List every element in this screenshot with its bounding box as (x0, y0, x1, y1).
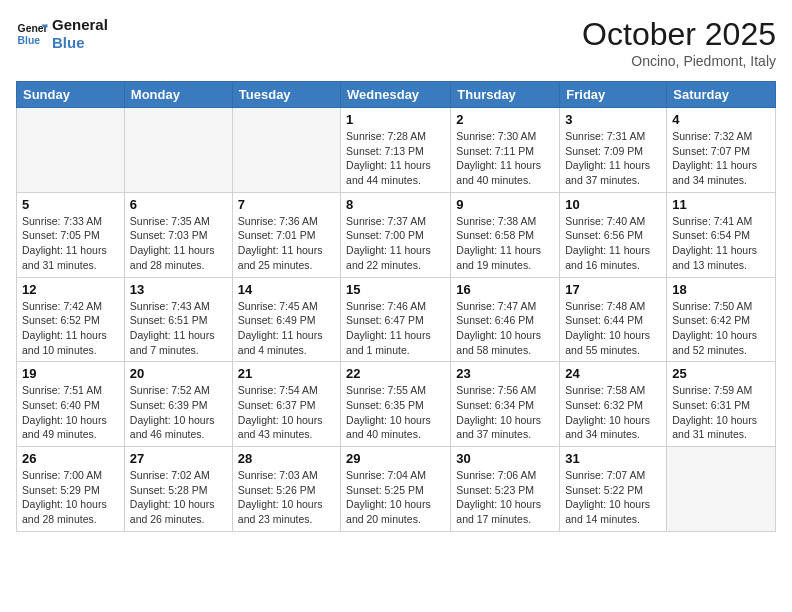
day-number: 29 (346, 451, 445, 466)
calendar-cell: 28Sunrise: 7:03 AMSunset: 5:26 PMDayligh… (232, 447, 340, 532)
title-block: October 2025 Oncino, Piedmont, Italy (582, 16, 776, 69)
calendar-cell: 31Sunrise: 7:07 AMSunset: 5:22 PMDayligh… (560, 447, 667, 532)
day-info: Sunrise: 7:58 AMSunset: 6:32 PMDaylight:… (565, 383, 661, 442)
calendar-cell (17, 108, 125, 193)
day-info: Sunrise: 7:54 AMSunset: 6:37 PMDaylight:… (238, 383, 335, 442)
day-number: 31 (565, 451, 661, 466)
calendar-cell: 5Sunrise: 7:33 AMSunset: 7:05 PMDaylight… (17, 192, 125, 277)
calendar-cell: 3Sunrise: 7:31 AMSunset: 7:09 PMDaylight… (560, 108, 667, 193)
day-number: 5 (22, 197, 119, 212)
day-number: 15 (346, 282, 445, 297)
day-info: Sunrise: 7:47 AMSunset: 6:46 PMDaylight:… (456, 299, 554, 358)
day-info: Sunrise: 7:51 AMSunset: 6:40 PMDaylight:… (22, 383, 119, 442)
day-number: 17 (565, 282, 661, 297)
calendar-cell: 6Sunrise: 7:35 AMSunset: 7:03 PMDaylight… (124, 192, 232, 277)
day-info: Sunrise: 7:42 AMSunset: 6:52 PMDaylight:… (22, 299, 119, 358)
calendar-cell: 12Sunrise: 7:42 AMSunset: 6:52 PMDayligh… (17, 277, 125, 362)
calendar-cell: 9Sunrise: 7:38 AMSunset: 6:58 PMDaylight… (451, 192, 560, 277)
weekday-header: Tuesday (232, 82, 340, 108)
day-number: 11 (672, 197, 770, 212)
calendar-cell (232, 108, 340, 193)
day-number: 4 (672, 112, 770, 127)
day-number: 16 (456, 282, 554, 297)
weekday-header: Wednesday (341, 82, 451, 108)
day-info: Sunrise: 7:52 AMSunset: 6:39 PMDaylight:… (130, 383, 227, 442)
weekday-header: Friday (560, 82, 667, 108)
day-info: Sunrise: 7:43 AMSunset: 6:51 PMDaylight:… (130, 299, 227, 358)
day-info: Sunrise: 7:59 AMSunset: 6:31 PMDaylight:… (672, 383, 770, 442)
day-number: 14 (238, 282, 335, 297)
day-number: 30 (456, 451, 554, 466)
day-number: 20 (130, 366, 227, 381)
page-header: General Blue General Blue October 2025 O… (16, 16, 776, 69)
day-info: Sunrise: 7:07 AMSunset: 5:22 PMDaylight:… (565, 468, 661, 527)
calendar-cell: 2Sunrise: 7:30 AMSunset: 7:11 PMDaylight… (451, 108, 560, 193)
day-number: 6 (130, 197, 227, 212)
weekday-header: Monday (124, 82, 232, 108)
day-number: 18 (672, 282, 770, 297)
calendar-cell: 25Sunrise: 7:59 AMSunset: 6:31 PMDayligh… (667, 362, 776, 447)
day-number: 24 (565, 366, 661, 381)
calendar-cell (124, 108, 232, 193)
calendar-cell: 1Sunrise: 7:28 AMSunset: 7:13 PMDaylight… (341, 108, 451, 193)
day-number: 7 (238, 197, 335, 212)
calendar-cell: 11Sunrise: 7:41 AMSunset: 6:54 PMDayligh… (667, 192, 776, 277)
calendar-cell: 23Sunrise: 7:56 AMSunset: 6:34 PMDayligh… (451, 362, 560, 447)
logo-blue: Blue (52, 34, 108, 52)
day-info: Sunrise: 7:30 AMSunset: 7:11 PMDaylight:… (456, 129, 554, 188)
weekday-header: Saturday (667, 82, 776, 108)
day-info: Sunrise: 7:32 AMSunset: 7:07 PMDaylight:… (672, 129, 770, 188)
svg-text:Blue: Blue (18, 35, 41, 46)
calendar-cell: 10Sunrise: 7:40 AMSunset: 6:56 PMDayligh… (560, 192, 667, 277)
day-info: Sunrise: 7:02 AMSunset: 5:28 PMDaylight:… (130, 468, 227, 527)
calendar-cell: 21Sunrise: 7:54 AMSunset: 6:37 PMDayligh… (232, 362, 340, 447)
calendar-table: SundayMondayTuesdayWednesdayThursdayFrid… (16, 81, 776, 532)
day-number: 21 (238, 366, 335, 381)
calendar-cell: 15Sunrise: 7:46 AMSunset: 6:47 PMDayligh… (341, 277, 451, 362)
calendar-cell: 19Sunrise: 7:51 AMSunset: 6:40 PMDayligh… (17, 362, 125, 447)
calendar-cell: 13Sunrise: 7:43 AMSunset: 6:51 PMDayligh… (124, 277, 232, 362)
calendar-week-row: 5Sunrise: 7:33 AMSunset: 7:05 PMDaylight… (17, 192, 776, 277)
day-info: Sunrise: 7:41 AMSunset: 6:54 PMDaylight:… (672, 214, 770, 273)
calendar-cell: 24Sunrise: 7:58 AMSunset: 6:32 PMDayligh… (560, 362, 667, 447)
day-number: 9 (456, 197, 554, 212)
day-info: Sunrise: 7:35 AMSunset: 7:03 PMDaylight:… (130, 214, 227, 273)
day-info: Sunrise: 7:06 AMSunset: 5:23 PMDaylight:… (456, 468, 554, 527)
calendar-cell: 16Sunrise: 7:47 AMSunset: 6:46 PMDayligh… (451, 277, 560, 362)
day-number: 12 (22, 282, 119, 297)
day-info: Sunrise: 7:00 AMSunset: 5:29 PMDaylight:… (22, 468, 119, 527)
calendar-week-row: 12Sunrise: 7:42 AMSunset: 6:52 PMDayligh… (17, 277, 776, 362)
day-info: Sunrise: 7:03 AMSunset: 5:26 PMDaylight:… (238, 468, 335, 527)
logo-general: General (52, 16, 108, 34)
day-number: 28 (238, 451, 335, 466)
calendar-cell: 14Sunrise: 7:45 AMSunset: 6:49 PMDayligh… (232, 277, 340, 362)
day-info: Sunrise: 7:04 AMSunset: 5:25 PMDaylight:… (346, 468, 445, 527)
day-number: 13 (130, 282, 227, 297)
calendar-cell: 20Sunrise: 7:52 AMSunset: 6:39 PMDayligh… (124, 362, 232, 447)
calendar-cell: 30Sunrise: 7:06 AMSunset: 5:23 PMDayligh… (451, 447, 560, 532)
day-number: 3 (565, 112, 661, 127)
day-number: 26 (22, 451, 119, 466)
day-number: 22 (346, 366, 445, 381)
calendar-cell: 27Sunrise: 7:02 AMSunset: 5:28 PMDayligh… (124, 447, 232, 532)
day-number: 2 (456, 112, 554, 127)
day-info: Sunrise: 7:50 AMSunset: 6:42 PMDaylight:… (672, 299, 770, 358)
day-info: Sunrise: 7:28 AMSunset: 7:13 PMDaylight:… (346, 129, 445, 188)
calendar-cell: 7Sunrise: 7:36 AMSunset: 7:01 PMDaylight… (232, 192, 340, 277)
day-info: Sunrise: 7:56 AMSunset: 6:34 PMDaylight:… (456, 383, 554, 442)
calendar-cell: 29Sunrise: 7:04 AMSunset: 5:25 PMDayligh… (341, 447, 451, 532)
day-number: 25 (672, 366, 770, 381)
logo: General Blue General Blue (16, 16, 108, 52)
calendar-cell: 22Sunrise: 7:55 AMSunset: 6:35 PMDayligh… (341, 362, 451, 447)
day-info: Sunrise: 7:46 AMSunset: 6:47 PMDaylight:… (346, 299, 445, 358)
calendar-week-row: 19Sunrise: 7:51 AMSunset: 6:40 PMDayligh… (17, 362, 776, 447)
calendar-cell (667, 447, 776, 532)
month-title: October 2025 (582, 16, 776, 53)
location-subtitle: Oncino, Piedmont, Italy (582, 53, 776, 69)
day-info: Sunrise: 7:55 AMSunset: 6:35 PMDaylight:… (346, 383, 445, 442)
calendar-cell: 18Sunrise: 7:50 AMSunset: 6:42 PMDayligh… (667, 277, 776, 362)
day-number: 1 (346, 112, 445, 127)
day-info: Sunrise: 7:31 AMSunset: 7:09 PMDaylight:… (565, 129, 661, 188)
day-number: 27 (130, 451, 227, 466)
day-info: Sunrise: 7:45 AMSunset: 6:49 PMDaylight:… (238, 299, 335, 358)
